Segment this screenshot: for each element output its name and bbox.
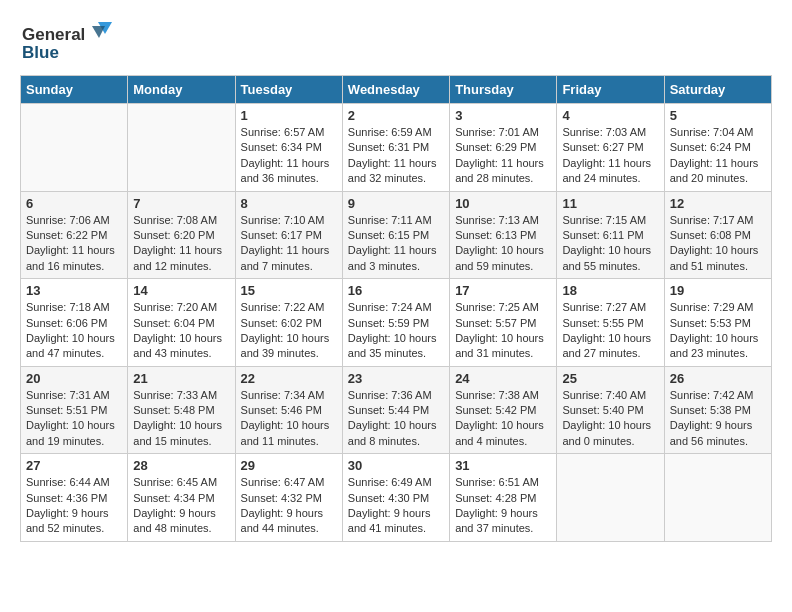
daylight: Daylight: 10 hours and 11 minutes. xyxy=(241,419,330,446)
calendar-cell: 17Sunrise: 7:25 AMSunset: 5:57 PMDayligh… xyxy=(450,279,557,367)
sunrise: Sunrise: 7:31 AM xyxy=(26,389,110,401)
sunset: Sunset: 6:22 PM xyxy=(26,229,107,241)
day-number: 29 xyxy=(241,458,337,473)
sunset: Sunset: 6:27 PM xyxy=(562,141,643,153)
calendar-cell: 10Sunrise: 7:13 AMSunset: 6:13 PMDayligh… xyxy=(450,191,557,279)
calendar-cell: 15Sunrise: 7:22 AMSunset: 6:02 PMDayligh… xyxy=(235,279,342,367)
calendar-cell: 28Sunrise: 6:45 AMSunset: 4:34 PMDayligh… xyxy=(128,454,235,542)
calendar-cell: 25Sunrise: 7:40 AMSunset: 5:40 PMDayligh… xyxy=(557,366,664,454)
day-info: Sunrise: 7:42 AMSunset: 5:38 PMDaylight:… xyxy=(670,388,766,450)
daylight: Daylight: 11 hours and 7 minutes. xyxy=(241,244,330,271)
day-number: 24 xyxy=(455,371,551,386)
calendar-cell: 24Sunrise: 7:38 AMSunset: 5:42 PMDayligh… xyxy=(450,366,557,454)
daylight: Daylight: 11 hours and 12 minutes. xyxy=(133,244,222,271)
calendar-week-2: 6Sunrise: 7:06 AMSunset: 6:22 PMDaylight… xyxy=(21,191,772,279)
sunset: Sunset: 5:59 PM xyxy=(348,317,429,329)
sunset: Sunset: 5:38 PM xyxy=(670,404,751,416)
sunset: Sunset: 6:29 PM xyxy=(455,141,536,153)
sunrise: Sunrise: 7:29 AM xyxy=(670,301,754,313)
calendar-cell xyxy=(128,104,235,192)
calendar-table: SundayMondayTuesdayWednesdayThursdayFrid… xyxy=(20,75,772,542)
logo-svg: General Blue xyxy=(20,20,120,65)
day-number: 14 xyxy=(133,283,229,298)
day-info: Sunrise: 6:57 AMSunset: 6:34 PMDaylight:… xyxy=(241,125,337,187)
calendar-cell: 16Sunrise: 7:24 AMSunset: 5:59 PMDayligh… xyxy=(342,279,449,367)
day-number: 9 xyxy=(348,196,444,211)
day-info: Sunrise: 7:36 AMSunset: 5:44 PMDaylight:… xyxy=(348,388,444,450)
day-info: Sunrise: 7:38 AMSunset: 5:42 PMDaylight:… xyxy=(455,388,551,450)
sunset: Sunset: 4:34 PM xyxy=(133,492,214,504)
page-header: General Blue xyxy=(20,20,772,65)
calendar-cell: 9Sunrise: 7:11 AMSunset: 6:15 PMDaylight… xyxy=(342,191,449,279)
daylight: Daylight: 10 hours and 51 minutes. xyxy=(670,244,759,271)
daylight: Daylight: 10 hours and 23 minutes. xyxy=(670,332,759,359)
sunset: Sunset: 5:46 PM xyxy=(241,404,322,416)
sunset: Sunset: 4:36 PM xyxy=(26,492,107,504)
day-number: 7 xyxy=(133,196,229,211)
calendar-week-3: 13Sunrise: 7:18 AMSunset: 6:06 PMDayligh… xyxy=(21,279,772,367)
daylight: Daylight: 9 hours and 48 minutes. xyxy=(133,507,216,534)
day-info: Sunrise: 7:17 AMSunset: 6:08 PMDaylight:… xyxy=(670,213,766,275)
day-info: Sunrise: 7:20 AMSunset: 6:04 PMDaylight:… xyxy=(133,300,229,362)
calendar-cell: 1Sunrise: 6:57 AMSunset: 6:34 PMDaylight… xyxy=(235,104,342,192)
day-info: Sunrise: 6:47 AMSunset: 4:32 PMDaylight:… xyxy=(241,475,337,537)
calendar-cell: 6Sunrise: 7:06 AMSunset: 6:22 PMDaylight… xyxy=(21,191,128,279)
sunset: Sunset: 5:40 PM xyxy=(562,404,643,416)
sunset: Sunset: 5:57 PM xyxy=(455,317,536,329)
calendar-cell: 7Sunrise: 7:08 AMSunset: 6:20 PMDaylight… xyxy=(128,191,235,279)
daylight: Daylight: 11 hours and 36 minutes. xyxy=(241,157,330,184)
day-number: 22 xyxy=(241,371,337,386)
day-info: Sunrise: 7:31 AMSunset: 5:51 PMDaylight:… xyxy=(26,388,122,450)
sunset: Sunset: 6:02 PM xyxy=(241,317,322,329)
sunrise: Sunrise: 6:47 AM xyxy=(241,476,325,488)
calendar-cell xyxy=(21,104,128,192)
day-info: Sunrise: 7:03 AMSunset: 6:27 PMDaylight:… xyxy=(562,125,658,187)
calendar-cell xyxy=(664,454,771,542)
sunrise: Sunrise: 7:03 AM xyxy=(562,126,646,138)
sunrise: Sunrise: 6:49 AM xyxy=(348,476,432,488)
day-number: 18 xyxy=(562,283,658,298)
day-number: 20 xyxy=(26,371,122,386)
calendar-cell: 4Sunrise: 7:03 AMSunset: 6:27 PMDaylight… xyxy=(557,104,664,192)
day-number: 12 xyxy=(670,196,766,211)
day-number: 17 xyxy=(455,283,551,298)
day-info: Sunrise: 6:45 AMSunset: 4:34 PMDaylight:… xyxy=(133,475,229,537)
day-info: Sunrise: 7:25 AMSunset: 5:57 PMDaylight:… xyxy=(455,300,551,362)
sunset: Sunset: 6:13 PM xyxy=(455,229,536,241)
daylight: Daylight: 10 hours and 31 minutes. xyxy=(455,332,544,359)
sunset: Sunset: 6:34 PM xyxy=(241,141,322,153)
day-header-sunday: Sunday xyxy=(21,76,128,104)
day-info: Sunrise: 6:59 AMSunset: 6:31 PMDaylight:… xyxy=(348,125,444,187)
sunset: Sunset: 5:48 PM xyxy=(133,404,214,416)
day-header-friday: Friday xyxy=(557,76,664,104)
calendar-body: 1Sunrise: 6:57 AMSunset: 6:34 PMDaylight… xyxy=(21,104,772,542)
sunset: Sunset: 5:53 PM xyxy=(670,317,751,329)
day-info: Sunrise: 6:51 AMSunset: 4:28 PMDaylight:… xyxy=(455,475,551,537)
daylight: Daylight: 11 hours and 20 minutes. xyxy=(670,157,759,184)
daylight: Daylight: 11 hours and 24 minutes. xyxy=(562,157,651,184)
sunrise: Sunrise: 7:42 AM xyxy=(670,389,754,401)
sunset: Sunset: 4:30 PM xyxy=(348,492,429,504)
daylight: Daylight: 9 hours and 56 minutes. xyxy=(670,419,753,446)
day-header-monday: Monday xyxy=(128,76,235,104)
daylight: Daylight: 11 hours and 28 minutes. xyxy=(455,157,544,184)
day-number: 1 xyxy=(241,108,337,123)
sunrise: Sunrise: 7:18 AM xyxy=(26,301,110,313)
daylight: Daylight: 10 hours and 27 minutes. xyxy=(562,332,651,359)
sunrise: Sunrise: 7:27 AM xyxy=(562,301,646,313)
daylight: Daylight: 11 hours and 3 minutes. xyxy=(348,244,437,271)
day-number: 15 xyxy=(241,283,337,298)
calendar-cell xyxy=(557,454,664,542)
svg-text:General: General xyxy=(22,25,85,44)
daylight: Daylight: 10 hours and 19 minutes. xyxy=(26,419,115,446)
day-header-thursday: Thursday xyxy=(450,76,557,104)
day-info: Sunrise: 7:40 AMSunset: 5:40 PMDaylight:… xyxy=(562,388,658,450)
calendar-cell: 13Sunrise: 7:18 AMSunset: 6:06 PMDayligh… xyxy=(21,279,128,367)
sunset: Sunset: 6:20 PM xyxy=(133,229,214,241)
sunrise: Sunrise: 6:57 AM xyxy=(241,126,325,138)
sunrise: Sunrise: 6:45 AM xyxy=(133,476,217,488)
sunrise: Sunrise: 6:51 AM xyxy=(455,476,539,488)
day-number: 4 xyxy=(562,108,658,123)
sunrise: Sunrise: 7:15 AM xyxy=(562,214,646,226)
daylight: Daylight: 10 hours and 39 minutes. xyxy=(241,332,330,359)
